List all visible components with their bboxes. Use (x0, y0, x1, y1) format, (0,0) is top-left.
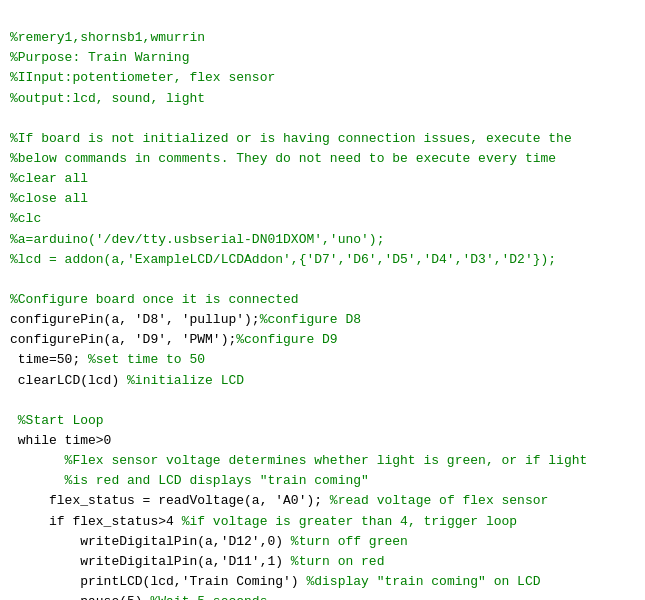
code-line: %If board is not initialized or is havin… (10, 129, 635, 149)
code-line: %clear all (10, 169, 635, 189)
code-line (10, 270, 635, 290)
code-line: while time>0 (10, 431, 635, 451)
code-editor: %remery1,shornsb1,wmurrin%Purpose: Train… (0, 0, 645, 600)
code-line: %a=arduino('/dev/tty.usbserial-DN01DXOM'… (10, 230, 635, 250)
code-line: configurePin(a, 'D9', 'PWM');%configure … (10, 330, 635, 350)
code-line: %Purpose: Train Warning (10, 48, 635, 68)
code-line: %lcd = addon(a,'ExampleLCD/LCDAddon',{'D… (10, 250, 635, 270)
code-line (10, 391, 635, 411)
code-line: %IInput:potentiometer, flex sensor (10, 68, 635, 88)
code-line: flex_status = readVoltage(a, 'A0'); %rea… (10, 491, 635, 511)
code-line: writeDigitalPin(a,'D12',0) %turn off gre… (10, 532, 635, 552)
code-line: configurePin(a, 'D8', 'pullup');%configu… (10, 310, 635, 330)
code-line: %Flex sensor voltage determines whether … (10, 451, 635, 471)
code-line: %clc (10, 209, 635, 229)
code-line: %below commands in comments. They do not… (10, 149, 635, 169)
code-line: %is red and LCD displays "train coming" (10, 471, 635, 491)
code-line: %Configure board once it is connected (10, 290, 635, 310)
code-line: pause(5) %Wait 5 seconds (10, 592, 635, 600)
code-line (10, 109, 635, 129)
code-line: %close all (10, 189, 635, 209)
code-line: %remery1,shornsb1,wmurrin (10, 28, 635, 48)
code-line: clearLCD(lcd) %initialize LCD (10, 371, 635, 391)
code-line: time=50; %set time to 50 (10, 350, 635, 370)
code-line: if flex_status>4 %if voltage is greater … (10, 512, 635, 532)
code-line: writeDigitalPin(a,'D11',1) %turn on red (10, 552, 635, 572)
code-line: printLCD(lcd,'Train Coming') %display "t… (10, 572, 635, 592)
code-line: %Start Loop (10, 411, 635, 431)
code-line: %output:lcd, sound, light (10, 89, 635, 109)
